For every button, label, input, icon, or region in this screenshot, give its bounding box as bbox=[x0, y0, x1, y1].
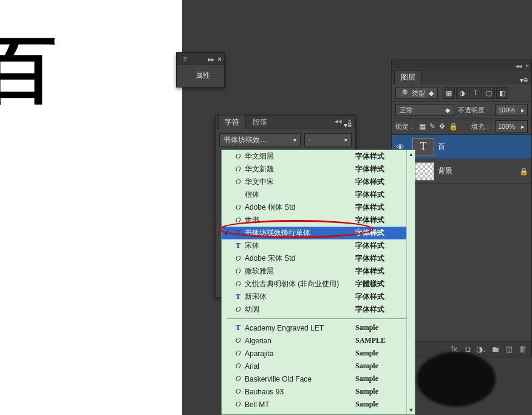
tab-paragraph[interactable]: 段落 bbox=[246, 115, 274, 129]
font-name: Bell MT bbox=[245, 400, 355, 409]
layer-name[interactable]: 百 bbox=[438, 142, 516, 152]
scrollbar[interactable]: ▲ ▼ bbox=[406, 150, 415, 414]
font-name: Aparajita bbox=[245, 349, 355, 358]
layer-thumbnail: T bbox=[412, 138, 434, 156]
font-name: Baskerville Old Face bbox=[245, 375, 355, 383]
opentype-icon: O bbox=[234, 374, 242, 383]
adjustment-icon[interactable]: ◑. bbox=[476, 345, 485, 354]
opentype-icon: O bbox=[234, 177, 242, 187]
scroll-up-icon[interactable]: ▲ bbox=[407, 150, 415, 159]
font-option[interactable]: OBaskerville Old FaceSample bbox=[222, 372, 415, 385]
opentype-icon: O bbox=[234, 336, 242, 345]
font-option[interactable]: OAdobe 楷体 Std字体样式 bbox=[222, 201, 415, 214]
lock-pixels-icon[interactable]: ✎ bbox=[429, 122, 435, 131]
panel-menu-icon[interactable]: ▾≡ bbox=[520, 76, 531, 84]
layer-filter-button[interactable]: ◑ bbox=[456, 87, 468, 99]
font-sample: Sample bbox=[355, 400, 411, 409]
opentype-icon: O bbox=[234, 280, 242, 289]
font-family-listbox[interactable]: O华文细黑字体样式O华文新魏字体样式O华文中宋字体样式楷体字体样式OAdobe … bbox=[221, 149, 415, 415]
opentype-icon: O bbox=[234, 203, 242, 212]
chevron-down-icon: ◆ bbox=[429, 89, 434, 97]
layer-filter-button[interactable]: ▦ bbox=[443, 87, 455, 99]
font-family-dropdown[interactable]: 书体坊禚效… ▾ bbox=[219, 133, 301, 146]
opentype-icon: O bbox=[234, 216, 242, 225]
chevron-right-icon: ▸ bbox=[521, 106, 525, 114]
trash-icon[interactable]: 🗑 bbox=[519, 345, 527, 354]
font-sample: 字体样式 bbox=[355, 151, 411, 162]
font-option[interactable]: TAcademy Engraved LETSample bbox=[222, 321, 415, 334]
font-option[interactable]: 楷体字体样式 bbox=[222, 188, 415, 201]
close-icon[interactable]: × bbox=[218, 55, 222, 63]
font-sample: 字体样式 bbox=[355, 164, 411, 174]
font-option[interactable]: OArialSample bbox=[222, 360, 415, 372]
layer-filter-button[interactable]: ▢ bbox=[483, 87, 495, 99]
properties-icon: ⬚ bbox=[182, 70, 191, 81]
chevron-down-icon: ▾ bbox=[293, 137, 296, 143]
check-icon: ✓ bbox=[224, 229, 230, 237]
lock-all-icon[interactable]: 🔒 bbox=[449, 122, 458, 131]
font-style-dropdown[interactable]: - ▾ bbox=[304, 133, 352, 146]
font-name: 宋体 bbox=[245, 241, 355, 251]
layer-filter-button[interactable]: ◧ bbox=[496, 87, 508, 99]
opacity-input[interactable]: 100% ▸ bbox=[495, 104, 528, 116]
collapse-icon[interactable]: ◂◂ bbox=[516, 63, 522, 69]
lock-position-icon[interactable]: ✥ bbox=[439, 122, 445, 131]
font-sample: 字体样式 bbox=[355, 228, 411, 238]
font-option[interactable]: O华文新魏字体样式 bbox=[222, 163, 415, 176]
font-name: 隶书 bbox=[245, 215, 355, 225]
opentype-icon: O bbox=[234, 267, 242, 276]
close-icon[interactable]: × bbox=[525, 63, 529, 69]
opentype-icon: O bbox=[234, 254, 242, 263]
font-option[interactable]: O幼圆字体样式 bbox=[222, 303, 415, 316]
collapse-icon[interactable]: ▸▸ bbox=[208, 56, 214, 63]
lock-transparency-icon[interactable]: ▦ bbox=[419, 122, 426, 131]
folder-icon[interactable]: 🖿 bbox=[491, 345, 499, 354]
lock-icon[interactable]: 🔒 bbox=[516, 167, 531, 176]
font-name: 微软雅黑 bbox=[245, 266, 355, 276]
font-sample: Sample bbox=[355, 323, 411, 332]
font-option[interactable]: T新宋体字体样式 bbox=[222, 290, 415, 303]
font-option[interactable]: OAdobe 宋体 Std字体样式 bbox=[222, 252, 415, 265]
opentype-icon: O bbox=[234, 349, 242, 358]
opentype-icon: O bbox=[234, 387, 242, 396]
truetype-icon: T bbox=[234, 323, 242, 332]
panel-grip-icon[interactable]: ⠿ bbox=[179, 56, 187, 63]
font-name: 书体坊禚效锋行草体 bbox=[245, 228, 355, 238]
layer-name[interactable]: 背景 bbox=[438, 166, 516, 176]
font-sample: Sample bbox=[355, 349, 411, 358]
font-option[interactable]: O文悦古典明朝体 (非商业使用)字體樣式 bbox=[222, 278, 415, 290]
font-option[interactable]: O隶书字体样式 bbox=[222, 214, 415, 227]
font-option[interactable]: OBell MTSample bbox=[222, 398, 415, 411]
chevron-down-icon: ▾ bbox=[344, 137, 347, 143]
font-option[interactable]: OAparajitaSample bbox=[222, 347, 415, 360]
truetype-icon: T bbox=[234, 241, 242, 250]
blend-mode-dropdown[interactable]: 正常 ◆ bbox=[395, 104, 454, 116]
tab-layers[interactable]: 图层 bbox=[394, 70, 422, 84]
font-name: Academy Engraved LET bbox=[245, 324, 355, 332]
font-family-value: 书体坊禚效… bbox=[223, 135, 267, 145]
font-sample: 字体样式 bbox=[355, 190, 411, 200]
fill-value: 100% bbox=[498, 123, 515, 130]
font-option[interactable]: O微软雅黑字体样式 bbox=[222, 265, 415, 278]
document-canvas[interactable]: 百 bbox=[0, 0, 182, 415]
new-layer-icon[interactable]: ◫ bbox=[505, 345, 513, 354]
font-sample: 字體樣式 bbox=[355, 279, 411, 289]
font-option[interactable]: OBauhaus 93Sample bbox=[222, 385, 415, 398]
decorative-blob bbox=[417, 352, 496, 406]
font-option[interactable]: ✓T书体坊禚效锋行草体字体样式 bbox=[222, 227, 415, 239]
font-name: 楷体 bbox=[245, 190, 355, 200]
font-option[interactable]: T宋体字体样式 bbox=[222, 239, 415, 252]
font-option[interactable]: OAlgerianSAMPLE bbox=[222, 334, 415, 347]
layer-filter-dropdown[interactable]: 🔎 类型 ◆ bbox=[395, 87, 438, 99]
font-sample: Sample bbox=[355, 362, 411, 371]
tab-character[interactable]: 字符 bbox=[218, 115, 246, 129]
chevron-down-icon: ◆ bbox=[445, 106, 450, 114]
layer-filter-button[interactable]: T bbox=[469, 87, 482, 99]
scroll-down-icon[interactable]: ▼ bbox=[407, 406, 415, 414]
font-option[interactable]: O华文中宋字体样式 bbox=[222, 176, 415, 188]
close-icon[interactable]: × bbox=[348, 117, 352, 125]
fill-input[interactable]: 100% ▸ bbox=[495, 120, 528, 132]
collapse-icon[interactable]: ◂◂ bbox=[335, 117, 342, 125]
font-sample: SAMPLE bbox=[355, 336, 411, 345]
font-option[interactable]: O华文细黑字体样式 bbox=[222, 150, 415, 163]
